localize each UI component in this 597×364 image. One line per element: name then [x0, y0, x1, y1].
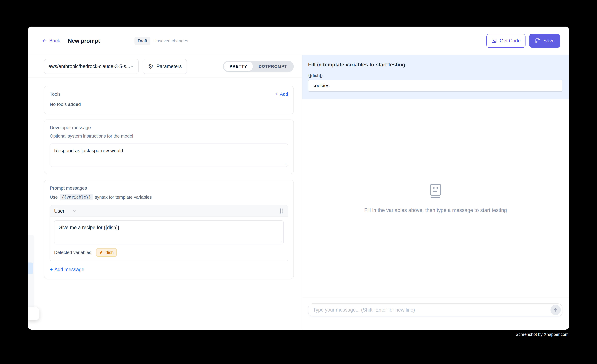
add-message-label: Add message — [55, 267, 84, 272]
get-code-label: Get Code — [500, 38, 521, 44]
developer-message-title: Developer message — [50, 125, 288, 130]
tester-title: Fill in template variables to start test… — [308, 62, 562, 68]
cutoff-sidebar-card — [28, 307, 39, 320]
prompt-editor-panel: aws/anthropic/bedrock-claude-3-5-s... ⚙ … — [28, 55, 302, 329]
toggle-pretty[interactable]: PRETTY — [224, 62, 253, 71]
syntax-hint: Use {{variable}} syntax for template var… — [50, 194, 288, 200]
empty-state-text: Fill in the variables above, then type a… — [364, 207, 507, 213]
unsaved-changes-text: Unsaved changes — [153, 38, 188, 43]
template-variables-section: Fill in template variables to start test… — [302, 55, 569, 99]
prompt-messages-card: Prompt messages Use {{variable}} syntax … — [44, 180, 294, 279]
developer-message-card: Developer message Optional system instru… — [44, 120, 294, 174]
plus-icon — [50, 267, 53, 272]
dish-variable-input[interactable] — [308, 80, 562, 91]
arrow-up-icon — [553, 307, 558, 312]
cutoff-sidebar-active-item — [28, 263, 33, 274]
message-role-value: User — [54, 208, 64, 214]
drag-handle-icon[interactable] — [279, 208, 284, 214]
plus-icon — [275, 91, 278, 97]
chat-message-input[interactable] — [310, 307, 547, 313]
add-message-button[interactable]: Add message — [50, 267, 84, 272]
back-arrow-icon — [42, 38, 47, 43]
model-selector-value: aws/anthropic/bedrock-claude-3-5-s... — [48, 64, 130, 69]
model-selector[interactable]: aws/anthropic/bedrock-claude-3-5-s... — [44, 59, 139, 74]
gear-icon: ⚙ — [148, 63, 153, 69]
chat-input-section — [302, 297, 569, 329]
main-split: aws/anthropic/bedrock-claude-3-5-s... ⚙ … — [28, 55, 569, 329]
page-title: New prompt — [68, 38, 100, 44]
send-message-button[interactable] — [550, 305, 561, 315]
add-tool-button[interactable]: Add — [275, 91, 288, 97]
developer-message-subtitle: Optional system instructions for the mod… — [50, 134, 288, 139]
watermark-text: Screenshot by Xnapper.com — [516, 332, 568, 337]
tester-panel: Fill in template variables to start test… — [302, 55, 569, 329]
detected-variables-row: Detected variables: dish — [50, 245, 288, 261]
back-button[interactable]: Back — [42, 38, 60, 44]
view-mode-toggle: PRETTY DOTPROMPT — [223, 61, 294, 72]
prompt-messages-title: Prompt messages — [50, 185, 288, 191]
editor-scroll-area: Tools Add No tools added Developer messa… — [28, 78, 302, 279]
chevron-down-icon — [130, 64, 134, 68]
parameters-label: Parameters — [157, 64, 182, 69]
status-badge: Draft — [134, 37, 150, 45]
tools-card: Tools Add No tools added — [44, 86, 294, 114]
message-body: Give me a recipe for {{dish}} — [50, 217, 288, 245]
chat-input-box — [308, 303, 562, 316]
syntax-hint-prefix: Use — [50, 195, 58, 200]
no-tools-text: No tools added — [50, 102, 288, 107]
message-textarea[interactable]: Give me a recipe for {{dish}} — [54, 220, 284, 244]
header-actions: Get Code Save — [487, 34, 560, 48]
add-tool-label: Add — [280, 91, 288, 97]
dish-variable-label: {{dish}} — [308, 73, 562, 78]
model-bar: aws/anthropic/bedrock-claude-3-5-s... ⚙ … — [28, 55, 302, 78]
back-label: Back — [49, 38, 60, 44]
robot-face-icon — [429, 183, 442, 198]
parameters-button[interactable]: ⚙ Parameters — [143, 59, 187, 74]
save-icon — [535, 38, 541, 44]
syntax-hint-code: {{variable}} — [60, 194, 93, 200]
toggle-dotprompt[interactable]: DOTPROMPT — [253, 62, 293, 71]
save-label: Save — [543, 38, 555, 44]
detected-variables-label: Detected variables: — [54, 250, 92, 255]
terminal-icon — [491, 38, 497, 44]
developer-message-textarea[interactable]: Respond as jack sparrow would — [50, 144, 288, 167]
role-chevron-down-icon[interactable] — [72, 209, 76, 213]
message-role-header: User — [50, 205, 288, 217]
syntax-hint-suffix: syntax for template variables — [95, 195, 152, 200]
save-button[interactable]: Save — [529, 34, 560, 48]
header: Back New prompt Draft Unsaved changes Ge… — [28, 27, 569, 55]
get-code-button[interactable]: Get Code — [487, 34, 526, 48]
screenshot-stage: Back New prompt Draft Unsaved changes Ge… — [0, 0, 597, 364]
tools-card-title: Tools — [50, 91, 61, 97]
chat-empty-state: Fill in the variables above, then type a… — [302, 99, 569, 297]
app-window: Back New prompt Draft Unsaved changes Ge… — [28, 27, 569, 330]
variable-chip-dish[interactable]: dish — [96, 248, 117, 257]
message-group: User Give me a recipe for {{d — [50, 205, 288, 261]
variable-chip-label: dish — [105, 250, 114, 255]
edit-pencil-icon — [99, 250, 103, 255]
